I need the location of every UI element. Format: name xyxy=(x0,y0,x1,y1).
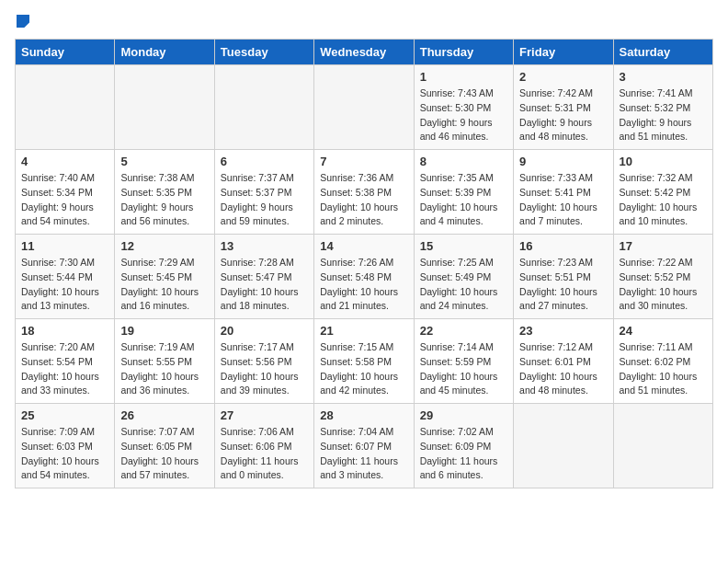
logo xyxy=(15,15,29,28)
weekday-header-tuesday: Tuesday xyxy=(214,40,313,65)
weekday-header-thursday: Thursday xyxy=(414,40,513,65)
day-info: Sunrise: 7:20 AM Sunset: 5:54 PM Dayligh… xyxy=(21,340,108,398)
calendar-cell: 11Sunrise: 7:30 AM Sunset: 5:44 PM Dayli… xyxy=(16,235,115,319)
weekday-header-monday: Monday xyxy=(115,40,214,65)
day-number: 2 xyxy=(519,70,607,84)
day-number: 27 xyxy=(221,408,308,422)
calendar-week-3: 11Sunrise: 7:30 AM Sunset: 5:44 PM Dayli… xyxy=(16,235,713,319)
day-number: 17 xyxy=(620,239,707,253)
day-number: 4 xyxy=(21,155,108,168)
day-info: Sunrise: 7:15 AM Sunset: 5:58 PM Dayligh… xyxy=(320,340,407,398)
day-number: 19 xyxy=(120,324,208,338)
calendar-cell xyxy=(613,404,712,488)
page-header xyxy=(15,15,713,28)
day-info: Sunrise: 7:23 AM Sunset: 5:51 PM Dayligh… xyxy=(519,256,607,314)
calendar-cell: 19Sunrise: 7:19 AM Sunset: 5:55 PM Dayli… xyxy=(115,319,214,404)
day-number: 23 xyxy=(519,324,607,338)
calendar-week-5: 25Sunrise: 7:09 AM Sunset: 6:03 PM Dayli… xyxy=(16,404,713,488)
calendar-cell: 16Sunrise: 7:23 AM Sunset: 5:51 PM Dayli… xyxy=(514,235,613,319)
calendar-cell: 13Sunrise: 7:28 AM Sunset: 5:47 PM Dayli… xyxy=(214,235,313,319)
day-info: Sunrise: 7:35 AM Sunset: 5:39 PM Dayligh… xyxy=(420,171,507,229)
calendar-cell: 24Sunrise: 7:11 AM Sunset: 6:02 PM Dayli… xyxy=(613,319,712,404)
calendar-table: SundayMondayTuesdayWednesdayThursdayFrid… xyxy=(15,39,713,488)
day-info: Sunrise: 7:42 AM Sunset: 5:31 PM Dayligh… xyxy=(519,86,607,144)
weekday-header-sunday: Sunday xyxy=(16,40,115,65)
day-info: Sunrise: 7:28 AM Sunset: 5:47 PM Dayligh… xyxy=(221,256,308,314)
day-number: 8 xyxy=(420,155,507,168)
day-info: Sunrise: 7:02 AM Sunset: 6:09 PM Dayligh… xyxy=(420,425,507,483)
calendar-week-1: 1Sunrise: 7:43 AM Sunset: 5:30 PM Daylig… xyxy=(16,65,713,150)
day-number: 22 xyxy=(420,324,507,338)
day-info: Sunrise: 7:25 AM Sunset: 5:49 PM Dayligh… xyxy=(420,256,507,314)
day-info: Sunrise: 7:37 AM Sunset: 5:37 PM Dayligh… xyxy=(221,171,308,229)
day-number: 5 xyxy=(120,155,208,168)
day-info: Sunrise: 7:40 AM Sunset: 5:34 PM Dayligh… xyxy=(21,171,108,229)
day-number: 18 xyxy=(21,324,108,338)
weekday-header-wednesday: Wednesday xyxy=(314,40,414,65)
weekday-header-saturday: Saturday xyxy=(613,40,712,65)
calendar-cell: 22Sunrise: 7:14 AM Sunset: 5:59 PM Dayli… xyxy=(414,319,513,404)
day-number: 24 xyxy=(620,324,707,338)
day-info: Sunrise: 7:43 AM Sunset: 5:30 PM Dayligh… xyxy=(420,86,507,144)
day-info: Sunrise: 7:29 AM Sunset: 5:45 PM Dayligh… xyxy=(120,256,208,314)
calendar-cell: 29Sunrise: 7:02 AM Sunset: 6:09 PM Dayli… xyxy=(414,404,513,488)
day-info: Sunrise: 7:38 AM Sunset: 5:35 PM Dayligh… xyxy=(120,171,208,229)
calendar-cell: 18Sunrise: 7:20 AM Sunset: 5:54 PM Dayli… xyxy=(16,319,115,404)
day-number: 9 xyxy=(519,155,607,168)
calendar-cell: 10Sunrise: 7:32 AM Sunset: 5:42 PM Dayli… xyxy=(613,150,712,235)
day-number: 29 xyxy=(420,408,507,422)
day-info: Sunrise: 7:41 AM Sunset: 5:32 PM Dayligh… xyxy=(620,86,707,144)
day-number: 14 xyxy=(320,239,407,253)
calendar-cell: 17Sunrise: 7:22 AM Sunset: 5:52 PM Dayli… xyxy=(613,235,712,319)
day-number: 7 xyxy=(320,155,407,168)
day-number: 15 xyxy=(420,239,507,253)
day-info: Sunrise: 7:06 AM Sunset: 6:06 PM Dayligh… xyxy=(221,425,308,483)
calendar-cell xyxy=(314,65,414,150)
weekday-header-row: SundayMondayTuesdayWednesdayThursdayFrid… xyxy=(16,40,713,65)
calendar-cell: 5Sunrise: 7:38 AM Sunset: 5:35 PM Daylig… xyxy=(115,150,214,235)
day-info: Sunrise: 7:30 AM Sunset: 5:44 PM Dayligh… xyxy=(21,256,108,314)
calendar-cell xyxy=(16,65,115,150)
day-number: 3 xyxy=(620,70,707,84)
calendar-cell xyxy=(115,65,214,150)
day-info: Sunrise: 7:22 AM Sunset: 5:52 PM Dayligh… xyxy=(620,256,707,314)
day-number: 26 xyxy=(120,408,208,422)
day-info: Sunrise: 7:33 AM Sunset: 5:41 PM Dayligh… xyxy=(519,171,607,229)
day-number: 6 xyxy=(221,155,308,168)
calendar-cell: 7Sunrise: 7:36 AM Sunset: 5:38 PM Daylig… xyxy=(314,150,414,235)
calendar-cell: 8Sunrise: 7:35 AM Sunset: 5:39 PM Daylig… xyxy=(414,150,513,235)
day-info: Sunrise: 7:14 AM Sunset: 5:59 PM Dayligh… xyxy=(420,340,507,398)
calendar-cell: 4Sunrise: 7:40 AM Sunset: 5:34 PM Daylig… xyxy=(16,150,115,235)
day-number: 13 xyxy=(221,239,308,253)
day-number: 10 xyxy=(620,155,707,168)
calendar-cell: 20Sunrise: 7:17 AM Sunset: 5:56 PM Dayli… xyxy=(214,319,313,404)
calendar-week-2: 4Sunrise: 7:40 AM Sunset: 5:34 PM Daylig… xyxy=(16,150,713,235)
day-info: Sunrise: 7:07 AM Sunset: 6:05 PM Dayligh… xyxy=(120,425,208,483)
calendar-cell xyxy=(514,404,613,488)
day-info: Sunrise: 7:36 AM Sunset: 5:38 PM Dayligh… xyxy=(320,171,407,229)
calendar-cell: 25Sunrise: 7:09 AM Sunset: 6:03 PM Dayli… xyxy=(16,404,115,488)
day-number: 11 xyxy=(21,239,108,253)
day-number: 1 xyxy=(420,70,507,84)
weekday-header-friday: Friday xyxy=(514,40,613,65)
day-number: 16 xyxy=(519,239,607,253)
calendar-cell: 12Sunrise: 7:29 AM Sunset: 5:45 PM Dayli… xyxy=(115,235,214,319)
day-info: Sunrise: 7:19 AM Sunset: 5:55 PM Dayligh… xyxy=(120,340,208,398)
calendar-cell: 3Sunrise: 7:41 AM Sunset: 5:32 PM Daylig… xyxy=(613,65,712,150)
day-info: Sunrise: 7:32 AM Sunset: 5:42 PM Dayligh… xyxy=(620,171,707,229)
calendar-week-4: 18Sunrise: 7:20 AM Sunset: 5:54 PM Dayli… xyxy=(16,319,713,404)
day-info: Sunrise: 7:09 AM Sunset: 6:03 PM Dayligh… xyxy=(21,425,108,483)
calendar-cell: 9Sunrise: 7:33 AM Sunset: 5:41 PM Daylig… xyxy=(514,150,613,235)
calendar-cell: 14Sunrise: 7:26 AM Sunset: 5:48 PM Dayli… xyxy=(314,235,414,319)
calendar-cell: 1Sunrise: 7:43 AM Sunset: 5:30 PM Daylig… xyxy=(414,65,513,150)
calendar-cell: 28Sunrise: 7:04 AM Sunset: 6:07 PM Dayli… xyxy=(314,404,414,488)
calendar-cell: 6Sunrise: 7:37 AM Sunset: 5:37 PM Daylig… xyxy=(214,150,313,235)
day-info: Sunrise: 7:11 AM Sunset: 6:02 PM Dayligh… xyxy=(620,340,707,398)
day-number: 21 xyxy=(320,324,407,338)
calendar-cell: 27Sunrise: 7:06 AM Sunset: 6:06 PM Dayli… xyxy=(214,404,313,488)
day-number: 25 xyxy=(21,408,108,422)
calendar-cell: 2Sunrise: 7:42 AM Sunset: 5:31 PM Daylig… xyxy=(514,65,613,150)
day-info: Sunrise: 7:04 AM Sunset: 6:07 PM Dayligh… xyxy=(320,425,407,483)
calendar-cell: 21Sunrise: 7:15 AM Sunset: 5:58 PM Dayli… xyxy=(314,319,414,404)
day-info: Sunrise: 7:17 AM Sunset: 5:56 PM Dayligh… xyxy=(221,340,308,398)
